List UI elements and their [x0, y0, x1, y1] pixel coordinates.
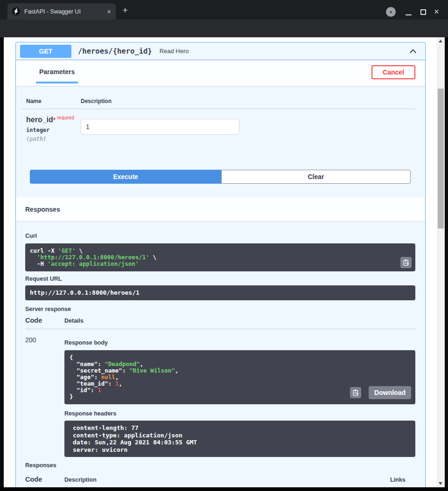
- param-type: integer: [26, 127, 81, 133]
- param-name-header: Name: [21, 98, 81, 104]
- doc-code-header: Code: [25, 476, 64, 483]
- parameters-table: Name Description hero_id*required intege…: [16, 86, 425, 170]
- download-button[interactable]: Download: [369, 386, 411, 399]
- required-label: required: [57, 115, 74, 120]
- fastapi-favicon-icon: [12, 7, 20, 15]
- window-frame-bottom: [0, 487, 448, 491]
- request-url-label: Request URL: [25, 276, 415, 282]
- opblock-get-heroes: GET /heroes/{hero_id} Read Hero Paramete…: [15, 42, 426, 487]
- param-location: (path): [26, 136, 81, 142]
- server-response-row: 200 Response body { "name": "Deadpond", …: [25, 329, 415, 457]
- response-body-label: Response body: [64, 339, 415, 346]
- tab-search-button[interactable]: ▾: [386, 7, 396, 17]
- doc-links-header: Links: [390, 477, 415, 483]
- cancel-button[interactable]: Cancel: [371, 65, 415, 79]
- new-tab-button[interactable]: +: [122, 5, 128, 16]
- window-frame-right: [445, 37, 448, 491]
- tab-close-icon[interactable]: ×: [107, 8, 111, 15]
- window-close-button[interactable]: ×: [434, 7, 439, 17]
- tab-bar: FastAPI - Swagger UI × + ▾ ×: [0, 0, 448, 20]
- curl-code-block: curl -X 'GET' \ 'http://127.0.0.1:8000/h…: [25, 243, 415, 271]
- browser-toolbar: i 127.0.0.1:8000/docs#/default/read_hero…: [0, 20, 448, 37]
- param-description-header: Description: [81, 98, 415, 104]
- swagger-page: GET /heroes/{hero_id} Read Hero Paramete…: [4, 37, 437, 487]
- responses-inner: Curl curl -X 'GET' \ 'http://127.0.0.1:8…: [16, 221, 425, 487]
- page-scrollbar[interactable]: [437, 37, 445, 487]
- responses-title: Responses: [16, 206, 60, 213]
- tab-title: FastAPI - Swagger UI: [24, 8, 104, 15]
- operation-summary: Read Hero: [160, 48, 189, 55]
- required-asterisk: *: [53, 116, 56, 124]
- scrollbar-thumb[interactable]: [438, 89, 444, 228]
- copy-curl-button[interactable]: [400, 257, 412, 268]
- status-code: 200: [25, 336, 64, 457]
- request-url-block: http://127.0.0.1:8000/heroes/1: [25, 285, 415, 300]
- collapse-chevron-icon[interactable]: [409, 48, 417, 55]
- server-response-label: Server response: [25, 306, 415, 312]
- server-details-header: Details: [64, 318, 84, 324]
- browser-tab[interactable]: FastAPI - Swagger UI ×: [7, 3, 116, 20]
- window-frame-left: [0, 37, 4, 491]
- method-badge: GET: [20, 45, 71, 58]
- server-code-header: Code: [25, 317, 64, 324]
- response-body-block: { "name": "Deadpond", "secret_name": "Di…: [64, 350, 415, 404]
- response-headers-label: Response headers: [64, 410, 415, 417]
- scroll-up-arrow-icon[interactable]: [439, 40, 442, 42]
- param-name: hero_id: [26, 116, 53, 124]
- doc-description-header: Description: [64, 477, 390, 483]
- minimize-button[interactable]: [406, 14, 412, 15]
- copy-response-button[interactable]: [350, 387, 361, 398]
- response-headers-block: content-length: 77 content-type: applica…: [64, 421, 415, 457]
- browser-window: FastAPI - Swagger UI × + ▾ × i 127.0.0.1…: [0, 0, 448, 491]
- execute-wrapper: Execute Clear: [30, 170, 411, 184]
- documented-responses-title: Responses: [25, 462, 415, 469]
- clear-button[interactable]: Clear: [221, 170, 411, 184]
- tab-parameters[interactable]: Parameters: [36, 68, 78, 83]
- scroll-down-arrow-icon[interactable]: [439, 482, 442, 485]
- parameters-section-header: Parameters Cancel: [16, 60, 425, 86]
- curl-label: Curl: [25, 233, 415, 239]
- operation-header[interactable]: GET /heroes/{hero_id} Read Hero: [16, 42, 425, 60]
- parameter-row: hero_id*required integer (path): [21, 109, 415, 142]
- maximize-button[interactable]: [420, 9, 426, 15]
- responses-section-header: Responses: [16, 197, 425, 221]
- execute-button[interactable]: Execute: [30, 170, 221, 184]
- operation-path: /heroes/{hero_id}: [78, 47, 152, 55]
- hero-id-input[interactable]: [81, 119, 239, 135]
